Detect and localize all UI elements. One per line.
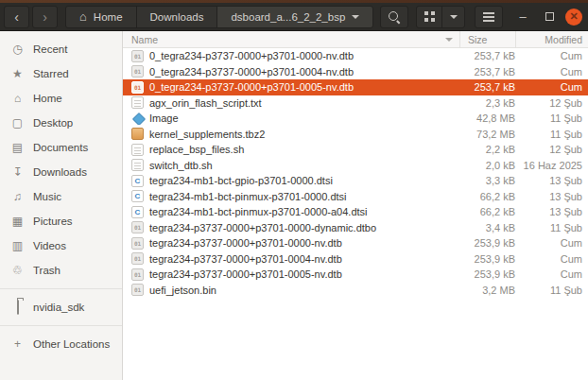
- sidebar-divider: [0, 325, 122, 326]
- file-name: kernel_supplements.tbz2: [149, 129, 265, 140]
- table-row[interactable]: tegra234-mb1-bct-pinmux-p3701-0000-a04.d…: [123, 204, 588, 220]
- sidebar-item-other-locations[interactable]: + Other Locations: [0, 332, 122, 356]
- forward-button[interactable]: ›: [32, 6, 58, 28]
- archive-file-icon: [131, 128, 144, 140]
- sidebar-item-starred[interactable]: ★ Starred: [0, 61, 122, 86]
- home-icon: ⌂: [79, 10, 87, 23]
- sidebar-item-pictures[interactable]: ▦ Pictures: [0, 209, 122, 233]
- table-row[interactable]: kernel_supplements.tbz2 73,2 MB 11 Şub: [123, 127, 588, 143]
- view-options-button[interactable]: [441, 6, 465, 28]
- search-button[interactable]: [380, 6, 408, 28]
- sidebar-places-list: ◷ Recent ★ Starred ⌂ Home ▢ Desktop ▤ Do…: [0, 37, 122, 283]
- chevron-down-icon: [352, 15, 359, 19]
- column-header-name[interactable]: Name: [123, 31, 459, 47]
- binary-file-icon: [131, 284, 144, 296]
- trash-icon: ♲: [10, 265, 25, 276]
- sidebar-item-label: Trash: [33, 265, 61, 276]
- file-size: 3,4 kB: [459, 222, 515, 233]
- table-row[interactable]: tegra234-mb1-bct-gpio-p3701-0000.dtsi 3,…: [123, 173, 588, 189]
- file-size: 253,9 kB: [459, 253, 515, 265]
- list-header: Name Size Modified: [123, 31, 588, 48]
- file-name: tegra234-p3737-0000+p3701-0000-dynamic.d…: [149, 222, 376, 233]
- sidebar-item-label: Pictures: [33, 216, 73, 227]
- file-name-cell: tegra234-mb1-bct-pinmux-p3701-0000-a04.d…: [123, 206, 459, 218]
- close-button[interactable]: ✕: [565, 9, 582, 26]
- column-header-name-label: Name: [131, 34, 158, 45]
- column-header-size[interactable]: Size: [460, 31, 515, 47]
- breadcrumb-downloads[interactable]: Downloads: [136, 6, 218, 28]
- file-size: 73,2 MB: [459, 129, 515, 140]
- file-name-cell: 0_tegra234-p3737-0000+p3701-0000-nv.dtb: [123, 50, 459, 62]
- sidebar-item-music[interactable]: ♫ Music: [0, 184, 122, 209]
- file-modified: 13 Şub: [515, 206, 588, 217]
- sidebar-item-nvidia-sdk[interactable]: nvidia_sdk: [0, 295, 122, 320]
- file-modified: Cum: [515, 253, 588, 265]
- file-name-cell: 0_tegra234-p3737-0000+p3701-0004-nv.dtb: [123, 65, 459, 78]
- sidebar-item-label: Documents: [33, 142, 88, 153]
- starred-icon: ★: [10, 68, 25, 79]
- table-row[interactable]: Image 42,8 MB 11 Şub: [123, 111, 588, 127]
- sidebar-item-desktop[interactable]: ▢ Desktop: [0, 111, 122, 135]
- breadcrumb: ⌂ Home Downloads dsboard_a...6_2_2_bsp: [65, 6, 373, 28]
- breadcrumb-home[interactable]: ⌂ Home: [65, 6, 137, 28]
- table-row[interactable]: tegra234-p3737-0000+p3701-0000-dynamic.d…: [123, 220, 588, 236]
- grid-view-button[interactable]: [416, 6, 442, 28]
- table-row[interactable]: replace_bsp_files.sh 2,2 kB 12 Şub: [123, 142, 588, 158]
- image-file-icon: [131, 112, 144, 125]
- table-row[interactable]: tegra234-p3737-0000+p3701-0004-nv.dtb 25…: [123, 251, 588, 268]
- file-modified: 13 Şub: [515, 175, 588, 186]
- file-modified: Cum: [515, 237, 588, 249]
- sidebar-item-recent[interactable]: ◷ Recent: [0, 37, 122, 61]
- grid-view-icon: [424, 11, 435, 22]
- sidebar-item-home[interactable]: ⌂ Home: [0, 86, 122, 111]
- sidebar-item-label: Music: [33, 191, 61, 202]
- c-file-icon: [131, 190, 144, 202]
- sidebar: ◷ Recent ★ Starred ⌂ Home ▢ Desktop ▤ Do…: [0, 31, 123, 380]
- sidebar-item-trash[interactable]: ♲ Trash: [0, 258, 122, 283]
- text-file-icon: [131, 159, 144, 171]
- pictures-icon: ▦: [10, 216, 25, 227]
- file-size: 253,9 kB: [459, 237, 515, 249]
- file-name-cell: kernel_supplements.tbz2: [123, 128, 459, 140]
- file-size: 66,2 kB: [459, 191, 515, 202]
- sidebar-item-downloads[interactable]: ↧ Downloads: [0, 160, 122, 184]
- table-row[interactable]: 0_tegra234-p3737-0000+p3701-0005-nv.dtb …: [123, 79, 588, 95]
- table-row[interactable]: uefi_jetson.bin 3,2 MB 11 Şub: [123, 283, 588, 299]
- menu-button[interactable]: [475, 6, 503, 28]
- table-row[interactable]: 0_tegra234-p3737-0000+p3701-0004-nv.dtb …: [123, 64, 588, 80]
- file-size: 66,2 kB: [459, 206, 515, 217]
- column-header-modified-label: Modified: [545, 34, 582, 45]
- table-row[interactable]: 0_tegra234-p3737-0000+p3701-0000-nv.dtb …: [123, 48, 588, 64]
- breadcrumb-downloads-label: Downloads: [150, 11, 204, 23]
- file-modified: Cum: [515, 66, 588, 78]
- file-size: 2,3 kB: [459, 97, 515, 109]
- window-controls: – ✕: [512, 9, 584, 26]
- maximize-button[interactable]: [539, 12, 560, 21]
- file-name: 0_tegra234-p3737-0000+p3701-0004-nv.dtb: [149, 66, 354, 78]
- table-row[interactable]: switch_dtb.sh 2,0 kB 16 Haz 2025: [123, 158, 588, 174]
- sidebar-item-documents[interactable]: ▤ Documents: [0, 135, 122, 160]
- column-header-modified[interactable]: Modified: [516, 31, 588, 47]
- videos-icon: ▥: [10, 240, 25, 251]
- binary-file-icon: [131, 268, 144, 281]
- file-name: tegra234-p3737-0000+p3701-0004-nv.dtb: [149, 253, 342, 265]
- home-icon: ⌂: [10, 93, 25, 104]
- file-name-cell: switch_dtb.sh: [123, 159, 459, 171]
- back-button[interactable]: ‹: [4, 6, 29, 28]
- breadcrumb-current-folder[interactable]: dsboard_a...6_2_2_bsp: [216, 6, 373, 28]
- file-modified: Cum: [515, 50, 588, 61]
- text-file-icon: [131, 96, 144, 109]
- table-row[interactable]: tegra234-mb1-bct-pinmux-p3701-0000.dtsi …: [123, 189, 588, 205]
- file-modified: 11 Şub: [515, 112, 588, 124]
- table-row[interactable]: agx_orin_flash_script.txt 2,3 kB 12 Şub: [123, 95, 588, 112]
- file-modified: 11 Şub: [515, 285, 588, 296]
- table-row[interactable]: tegra234-p3737-0000+p3701-0000-nv.dtb 25…: [123, 235, 588, 251]
- documents-icon: ▤: [10, 142, 25, 153]
- sidebar-item-videos[interactable]: ▥ Videos: [0, 233, 122, 258]
- sidebar-item-label: Downloads: [33, 166, 87, 178]
- chevron-down-icon: [450, 15, 458, 19]
- file-name-cell: tegra234-p3737-0000+p3701-0000-nv.dtb: [123, 237, 459, 250]
- file-name: replace_bsp_files.sh: [149, 144, 244, 155]
- minimize-button[interactable]: –: [512, 10, 533, 23]
- table-row[interactable]: tegra234-p3737-0000+p3701-0005-nv.dtb 25…: [123, 267, 588, 283]
